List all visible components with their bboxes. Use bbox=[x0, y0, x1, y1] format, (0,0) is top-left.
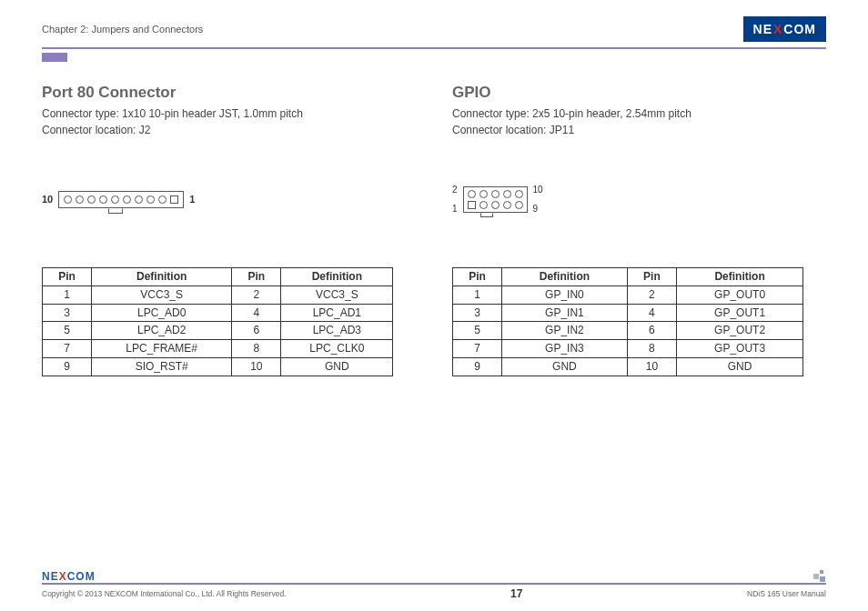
table-cell: GP_IN0 bbox=[501, 285, 627, 304]
table-cell: 7 bbox=[453, 340, 502, 358]
table-cell: 1 bbox=[453, 285, 502, 304]
logo-pre: NE bbox=[753, 23, 772, 35]
table-cell: GND bbox=[501, 357, 627, 376]
gpio-conn-type: Connector type: 2x5 10-pin header, 2.54m… bbox=[452, 105, 826, 122]
table-cell: 2 bbox=[627, 285, 676, 304]
logo-x: X bbox=[773, 23, 782, 35]
table-cell: 6 bbox=[232, 322, 281, 340]
table-cell: LPC_CLK0 bbox=[281, 340, 393, 358]
gpio-title: GPIO bbox=[452, 84, 826, 102]
table-row: 1GP_IN02GP_OUT0 bbox=[453, 285, 803, 304]
col-gpio: GPIO Connector type: 2x5 10-pin header, … bbox=[452, 84, 826, 376]
table-cell: GP_OUT0 bbox=[676, 285, 802, 304]
port80-conn-loc: Connector location: J2 bbox=[42, 122, 416, 138]
port80-tbody: 1VCC3_S2VCC3_S3LPC_AD04LPC_AD15LPC_AD26L… bbox=[43, 285, 393, 376]
table-cell: 6 bbox=[627, 322, 676, 340]
copyright: Copyright © 2013 NEXCOM International Co… bbox=[42, 589, 286, 598]
port80-header-box bbox=[58, 191, 184, 208]
table-row: 7GP_IN38GP_OUT3 bbox=[453, 340, 803, 358]
table-cell: GND bbox=[676, 357, 802, 376]
table-cell: LPC_AD2 bbox=[91, 322, 231, 340]
table-cell: 4 bbox=[627, 304, 676, 322]
page-footer: NEXCOM Copyright © 2013 NEXCOM Internati… bbox=[42, 570, 826, 600]
gpio-tbody: 1GP_IN02GP_OUT03GP_IN14GP_OUT15GP_IN26GP… bbox=[453, 285, 803, 376]
th: Pin bbox=[43, 268, 92, 286]
table-cell: 9 bbox=[453, 357, 502, 376]
table-cell: 10 bbox=[232, 357, 281, 376]
table-cell: 3 bbox=[453, 304, 502, 322]
table-cell: GP_IN2 bbox=[501, 322, 627, 340]
table-cell: LPC_AD3 bbox=[281, 322, 393, 340]
table-cell: 8 bbox=[627, 340, 676, 358]
table-cell: VCC3_S bbox=[281, 285, 393, 304]
table-cell: LPC_AD1 bbox=[281, 304, 393, 322]
corner-icon bbox=[813, 570, 826, 583]
logo-post: COM bbox=[783, 23, 816, 35]
table-row: 5GP_IN26GP_OUT2 bbox=[453, 322, 803, 340]
gpio-right-labels: 10 9 bbox=[533, 185, 543, 214]
table-row: 1VCC3_S2VCC3_S bbox=[43, 285, 393, 304]
table-cell: LPC_AD0 bbox=[91, 304, 231, 322]
gpio-conn-loc: Connector location: JP11 bbox=[452, 122, 826, 138]
table-row: 3LPC_AD04LPC_AD1 bbox=[43, 304, 393, 322]
table-row: 9SIO_RST#10GND bbox=[43, 357, 393, 376]
table-cell: GP_IN1 bbox=[501, 304, 627, 322]
port80-table: Pin Definition Pin Definition 1VCC3_S2VC… bbox=[42, 267, 393, 376]
table-row: 7LPC_FRAME#8LPC_CLK0 bbox=[43, 340, 393, 358]
table-cell: GP_OUT1 bbox=[676, 304, 802, 322]
th: Definition bbox=[676, 268, 802, 286]
table-cell: GND bbox=[281, 357, 393, 376]
page-number: 17 bbox=[510, 587, 522, 600]
gpio-left-labels: 2 1 bbox=[452, 185, 458, 214]
table-cell: 5 bbox=[453, 322, 502, 340]
chapter-title: Chapter 2: Jumpers and Connectors bbox=[42, 24, 203, 35]
gpio-table: Pin Definition Pin Definition 1GP_IN02GP… bbox=[452, 267, 803, 376]
th: Definition bbox=[281, 268, 393, 286]
port80-title: Port 80 Connector bbox=[42, 84, 416, 102]
th: Definition bbox=[501, 268, 627, 286]
table-row: 9GND10GND bbox=[453, 357, 803, 376]
table-cell: LPC_FRAME# bbox=[91, 340, 231, 358]
manual-name: NDiS 165 User Manual bbox=[747, 589, 826, 598]
port80-lbl-right: 1 bbox=[189, 194, 195, 205]
table-cell: 3 bbox=[43, 304, 92, 322]
th: Pin bbox=[453, 268, 502, 286]
port80-conn-type: Connector type: 1x10 10-pin header JST, … bbox=[42, 105, 416, 122]
table-cell: GP_IN3 bbox=[501, 340, 627, 358]
th: Definition bbox=[91, 268, 231, 286]
gpio-diagram: 2 1 10 9 bbox=[452, 158, 826, 240]
table-cell: 8 bbox=[232, 340, 281, 358]
port80-diagram: 10 1 bbox=[42, 158, 416, 240]
table-cell: GP_OUT3 bbox=[676, 340, 802, 358]
table-row: 3GP_IN14GP_OUT1 bbox=[453, 304, 803, 322]
table-cell: 5 bbox=[43, 322, 92, 340]
table-cell: SIO_RST# bbox=[91, 357, 231, 376]
table-row: 5LPC_AD26LPC_AD3 bbox=[43, 322, 393, 340]
gpio-header-box bbox=[463, 186, 528, 213]
content-columns: Port 80 Connector Connector type: 1x10 1… bbox=[42, 84, 826, 376]
table-cell: 2 bbox=[232, 285, 281, 304]
table-cell: 4 bbox=[232, 304, 281, 322]
table-cell: 10 bbox=[627, 357, 676, 376]
th: Pin bbox=[232, 268, 281, 286]
footer-logo: NEXCOM bbox=[42, 570, 96, 583]
th: Pin bbox=[627, 268, 676, 286]
col-port80: Port 80 Connector Connector type: 1x10 1… bbox=[42, 84, 416, 376]
nexcom-logo: NEXCOM bbox=[743, 16, 826, 42]
table-cell: VCC3_S bbox=[91, 285, 231, 304]
accent-box bbox=[42, 53, 67, 62]
header-rule bbox=[42, 47, 826, 49]
table-cell: 7 bbox=[43, 340, 92, 358]
table-cell: GP_OUT2 bbox=[676, 322, 802, 340]
table-cell: 1 bbox=[43, 285, 92, 304]
table-cell: 9 bbox=[43, 357, 92, 376]
port80-lbl-left: 10 bbox=[42, 194, 53, 205]
page-header: Chapter 2: Jumpers and Connectors NEXCOM bbox=[42, 16, 826, 42]
